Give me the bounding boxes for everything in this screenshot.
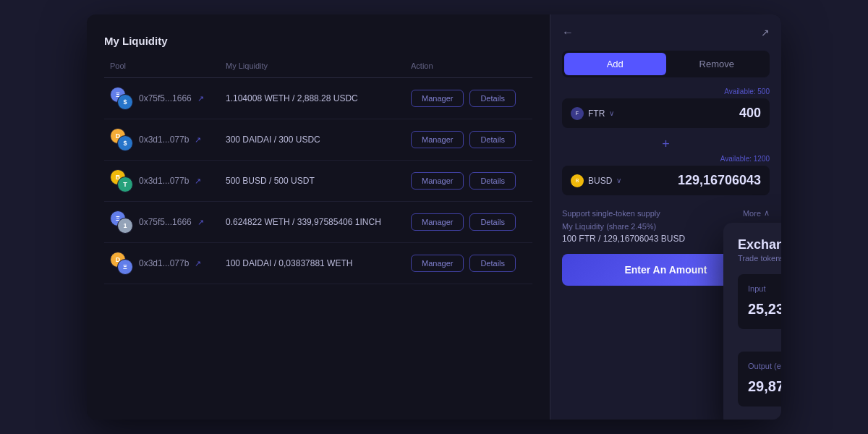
- details-button[interactable]: Details: [469, 131, 516, 148]
- action-cell: Manager Details: [411, 255, 527, 272]
- table-row: D Ξ 0x3d1...077b ↗ 100 DAIDAI / 0,038378…: [104, 243, 532, 284]
- token-a-chevron: ∨: [609, 109, 614, 117]
- exchange-output-group: Output (estimated) 29,879.87 S SWTH ∨: [738, 352, 781, 407]
- pool-icon: D Ξ: [110, 252, 133, 275]
- pool-icon: Ξ $: [110, 87, 133, 110]
- exchange-title: Exchange: [738, 237, 781, 252]
- manager-button[interactable]: Manager: [411, 172, 464, 190]
- table-row: Ξ 1 0x75f5...1666 ↗ 0.624822 WETH / 339,…: [104, 202, 532, 243]
- details-button[interactable]: Details: [469, 90, 516, 107]
- liquidity-value: 0.624822 WETH / 339,97585406 1INCH: [226, 217, 411, 227]
- exchange-header: Exchange Trade tokens in an instant ⚙ 🕐: [738, 237, 781, 263]
- token-b-chevron: ∨: [616, 176, 621, 184]
- details-button[interactable]: Details: [469, 172, 516, 190]
- support-label: Support single-token supply: [562, 209, 660, 218]
- exchange-subtitle: Trade tokens in an instant: [738, 254, 781, 263]
- liquidity-value: 500 BUSD / 500 USDT: [226, 176, 411, 186]
- panel-title: My Liquidity: [104, 35, 532, 47]
- tab-add[interactable]: Add: [564, 53, 666, 75]
- exchange-title-group: Exchange Trade tokens in an instant: [738, 237, 781, 263]
- exchange-output-label: Output (estimated): [748, 362, 781, 370]
- token-b-input: B BUSD ∨ 129,16706043: [562, 166, 770, 195]
- liquidity-value: 100 DAIDAI / 0,03837881 WETH: [226, 258, 411, 268]
- pool-icon-b: $: [117, 135, 133, 151]
- table-header: Pool My Liquidity Action: [104, 61, 532, 78]
- token-b-amount: 129,16706043: [678, 173, 761, 188]
- action-cell: Manager Details: [411, 90, 527, 107]
- share-button[interactable]: ↗: [761, 27, 770, 38]
- manager-button[interactable]: Manager: [411, 255, 464, 272]
- pool-icon-b: $: [117, 94, 133, 110]
- action-cell: Manager Details: [411, 172, 527, 190]
- pool-link-icon[interactable]: ↗: [197, 218, 204, 227]
- pool-icon: B T: [110, 169, 133, 192]
- table-row: B T 0x3d1...077b ↗ 500 BUSD / 500 USDT M…: [104, 161, 532, 202]
- plus-divider: +: [562, 137, 770, 152]
- pool-cell: B T 0x3d1...077b ↗: [110, 169, 226, 192]
- exchange-popup: Exchange Trade tokens in an instant ⚙ 🕐 …: [723, 223, 781, 420]
- back-button[interactable]: ←: [562, 26, 574, 39]
- token-a-selector[interactable]: F FTR ∨: [571, 107, 614, 120]
- pool-address: 0x75f5...1666: [139, 217, 192, 227]
- pool-cell: Ξ $ 0x75f5...1666 ↗: [110, 87, 226, 110]
- pool-address: 0x3d1...077b: [139, 258, 189, 268]
- panel-nav: ← ↗: [562, 26, 770, 39]
- exchange-input-label: Input: [748, 284, 781, 293]
- manager-button[interactable]: Manager: [411, 90, 464, 107]
- pool-cell: D Ξ 0x3d1...077b ↗: [110, 252, 226, 275]
- token-a-icon: F: [571, 107, 584, 120]
- screen-wrapper: My Liquidity Pool My Liquidity Action Ξ …: [87, 14, 781, 420]
- pool-icon-b: 1: [117, 218, 133, 234]
- pool-link-icon[interactable]: ↗: [195, 176, 201, 186]
- liquidity-value: 300 DAIDAI / 300 USDC: [226, 135, 411, 145]
- tab-remove[interactable]: Remove: [666, 53, 768, 75]
- details-button[interactable]: Details: [469, 213, 516, 231]
- pool-link-icon[interactable]: ↗: [195, 135, 201, 145]
- table-row: Ξ $ 0x75f5...1666 ↗ 1.104008 WETH / 2,88…: [104, 78, 532, 119]
- exchange-output-row: 29,879.87 S SWTH ∨: [748, 376, 781, 396]
- liquidity-value: 1.104008 WETH / 2,888.28 USDC: [226, 93, 411, 103]
- token-b-icon: B: [571, 174, 584, 187]
- pool-link-icon[interactable]: ↗: [195, 259, 201, 268]
- exchange-input-value[interactable]: 25,235.87: [748, 301, 781, 318]
- exchange-input-row: 25,235.87 B Binance ∨: [748, 299, 781, 319]
- table-rows: Ξ $ 0x75f5...1666 ↗ 1.104008 WETH / 2,88…: [104, 78, 532, 284]
- more-button[interactable]: More ∧: [743, 208, 770, 218]
- left-panel: My Liquidity Pool My Liquidity Action Ξ …: [87, 14, 550, 420]
- tab-row: Add Remove: [562, 51, 770, 77]
- token-b-selector[interactable]: B BUSD ∨: [571, 174, 621, 187]
- manager-button[interactable]: Manager: [411, 131, 464, 148]
- pool-link-icon[interactable]: ↗: [197, 94, 204, 103]
- pool-cell: Ξ 1 0x75f5...1666 ↗: [110, 210, 226, 234]
- action-cell: Manager Details: [411, 131, 527, 148]
- action-cell: Manager Details: [411, 213, 527, 231]
- col-pool: Pool: [110, 61, 226, 70]
- pool-address: 0x3d1...077b: [139, 135, 189, 145]
- pool-icon-b: Ξ: [117, 259, 133, 275]
- col-action: Action: [411, 61, 527, 70]
- right-panel: ← ↗ Add Remove Available: 500 F FTR ∨ 40…: [550, 14, 781, 420]
- pool-address: 0x75f5...1666: [139, 93, 192, 103]
- token-a-available: Available: 500: [562, 88, 770, 95]
- col-liquidity: My Liquidity: [226, 61, 411, 70]
- pool-icon: D $: [110, 128, 133, 151]
- token-b-name: BUSD: [588, 176, 612, 186]
- manager-button[interactable]: Manager: [411, 213, 464, 231]
- support-row: Support single-token supply More ∧: [562, 208, 770, 218]
- more-label: More: [743, 209, 761, 218]
- exchange-input-group: Input 25,235.87 B Binance ∨: [738, 274, 781, 329]
- table-row: D $ 0x3d1...077b ↗ 300 DAIDAI / 300 USDC…: [104, 119, 532, 161]
- pool-icon-b: T: [117, 176, 133, 192]
- pool-cell: D $ 0x3d1...077b ↗: [110, 128, 226, 151]
- swap-icon[interactable]: ⇅: [738, 335, 781, 349]
- details-button[interactable]: Details: [469, 255, 516, 272]
- token-a-name: FTR: [588, 109, 605, 119]
- more-chevron: ∧: [764, 208, 770, 218]
- token-a-amount: 400: [739, 106, 761, 121]
- token-a-input: F FTR ∨ 400: [562, 98, 770, 128]
- pool-icon: Ξ 1: [110, 210, 133, 234]
- pool-address: 0x3d1...077b: [139, 176, 189, 186]
- exchange-output-value[interactable]: 29,879.87: [748, 378, 781, 395]
- token-b-available: Available: 1200: [562, 155, 770, 163]
